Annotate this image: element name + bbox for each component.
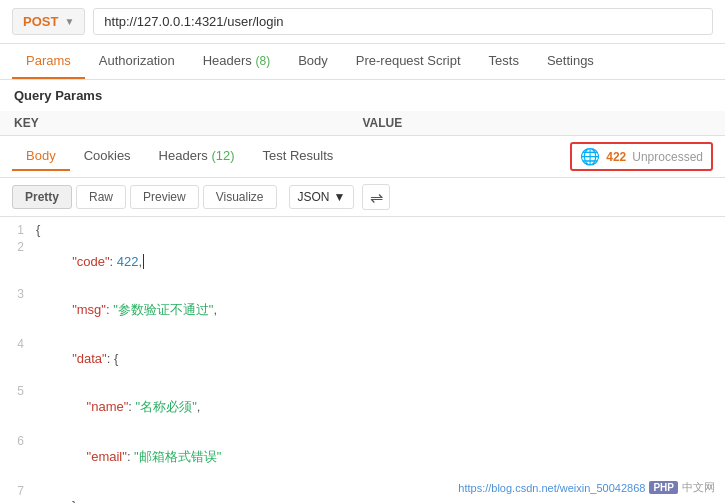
watermark-url: https://blog.csdn.net/weixin_50042868	[458, 482, 645, 494]
tab-authorization[interactable]: Authorization	[85, 44, 189, 79]
line-num-7: 7	[0, 483, 36, 498]
query-params-label: Query Params	[0, 80, 725, 111]
status-text: Unprocessed	[632, 150, 703, 164]
raw-btn[interactable]: Raw	[76, 185, 126, 209]
response-row: Body Cookies Headers (12) Test Results 🌐…	[0, 136, 725, 178]
format-select[interactable]: JSON ▼	[289, 185, 355, 209]
resp-tab-body[interactable]: Body	[12, 142, 70, 171]
resp-tab-headers[interactable]: Headers (12)	[145, 142, 249, 171]
status-badge: 🌐 422 Unprocessed	[570, 142, 713, 171]
line-content-2: "code": 422,​	[36, 239, 725, 284]
tab-headers[interactable]: Headers (8)	[189, 44, 284, 79]
code-line-1: 1 {	[0, 221, 725, 238]
code-area: 1 { 2 "code": 422,​ 3 "msg": "参数验证不通过", …	[0, 217, 725, 503]
code-line-5: 5 "name": "名称必须",	[0, 382, 725, 432]
pretty-btn[interactable]: Pretty	[12, 185, 72, 209]
globe-icon: 🌐	[580, 147, 600, 166]
value-col-header: VALUE	[363, 116, 712, 130]
preview-btn[interactable]: Preview	[130, 185, 199, 209]
format-bar: Pretty Raw Preview Visualize JSON ▼ ⇌	[0, 178, 725, 217]
top-bar: POST ▼	[0, 0, 725, 44]
line-num-3: 3	[0, 286, 36, 301]
line-content-6: "email": "邮箱格式错误"	[36, 433, 725, 481]
watermark: https://blog.csdn.net/weixin_50042868 PH…	[458, 480, 715, 495]
response-tabs: Body Cookies Headers (12) Test Results	[12, 142, 570, 171]
tab-tests[interactable]: Tests	[475, 44, 533, 79]
line-num-1: 1	[0, 222, 36, 237]
line-num-5: 5	[0, 383, 36, 398]
resp-headers-badge: (12)	[211, 148, 234, 163]
code-line-2: 2 "code": 422,​	[0, 238, 725, 285]
tab-prerequest[interactable]: Pre-request Script	[342, 44, 475, 79]
line-num-6: 6	[0, 433, 36, 448]
php-badge: PHP	[649, 481, 678, 494]
status-code: 422	[606, 150, 626, 164]
key-col-header: KEY	[14, 116, 363, 130]
tab-body[interactable]: Body	[284, 44, 342, 79]
code-line-6: 6 "email": "邮箱格式错误"	[0, 432, 725, 482]
method-chevron: ▼	[64, 16, 74, 27]
visualize-btn[interactable]: Visualize	[203, 185, 277, 209]
line-content-5: "name": "名称必须",	[36, 383, 725, 431]
url-input[interactable]	[93, 8, 713, 35]
tab-settings[interactable]: Settings	[533, 44, 608, 79]
wrap-icon: ⇌	[370, 188, 383, 207]
watermark-site: 中文网	[682, 480, 715, 495]
resp-tab-cookies[interactable]: Cookies	[70, 142, 145, 171]
format-chevron: ▼	[334, 190, 346, 204]
resp-tab-test-results[interactable]: Test Results	[249, 142, 348, 171]
line-num-2: 2	[0, 239, 36, 254]
wrap-button[interactable]: ⇌	[362, 184, 390, 210]
line-num-4: 4	[0, 336, 36, 351]
line-content-1: {	[36, 222, 725, 237]
http-method: POST	[23, 14, 58, 29]
headers-badge: (8)	[255, 54, 270, 68]
line-content-4: "data": {	[36, 336, 725, 381]
tab-params[interactable]: Params	[12, 44, 85, 79]
main-tabs: Params Authorization Headers (8) Body Pr…	[0, 44, 725, 80]
method-dropdown[interactable]: POST ▼	[12, 8, 85, 35]
line-content-3: "msg": "参数验证不通过",	[36, 286, 725, 334]
code-line-4: 4 "data": {	[0, 335, 725, 382]
code-line-3: 3 "msg": "参数验证不通过",	[0, 285, 725, 335]
format-label: JSON	[298, 190, 330, 204]
params-table-header: KEY VALUE	[0, 111, 725, 136]
